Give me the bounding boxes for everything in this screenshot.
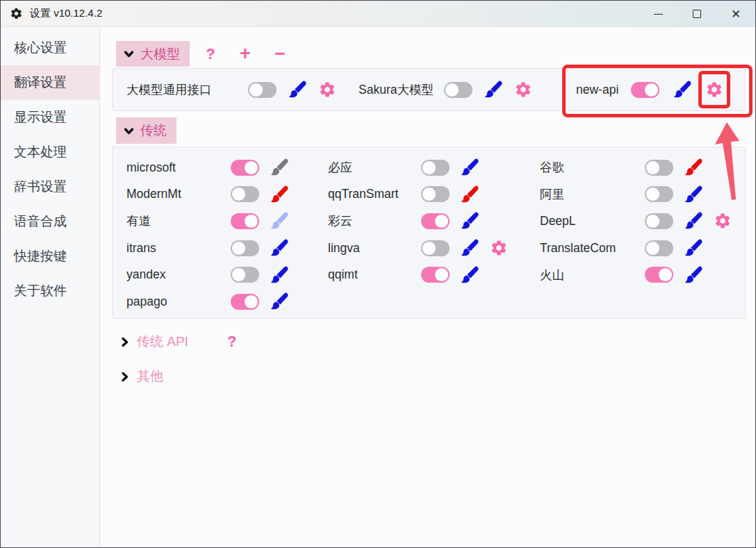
- toggle-knob: [646, 161, 659, 174]
- brush-icon[interactable]: [459, 238, 480, 258]
- section-label: 其他: [137, 367, 163, 385]
- enable-toggle[interactable]: [645, 186, 673, 202]
- settings-gear-icon[interactable]: [514, 81, 532, 99]
- enable-toggle[interactable]: [421, 267, 450, 283]
- add-button[interactable]: +: [238, 43, 253, 65]
- sidebar-item[interactable]: 辞书设置: [1, 169, 99, 204]
- remove-button[interactable]: −: [272, 43, 288, 65]
- minimize-button[interactable]: [639, 1, 677, 27]
- maximize-icon: [693, 10, 701, 18]
- brush-icon[interactable]: [683, 265, 704, 285]
- settings-gear-icon[interactable]: [705, 81, 723, 99]
- sidebar-item[interactable]: 语音合成: [1, 204, 99, 239]
- settings-gear-icon[interactable]: [490, 239, 508, 257]
- brush-icon[interactable]: [269, 265, 290, 285]
- service-label: TranslateCom: [540, 241, 635, 256]
- toggle-knob: [245, 295, 258, 308]
- service-label: 彩云: [328, 213, 411, 229]
- enable-toggle[interactable]: [421, 160, 450, 176]
- sidebar-item[interactable]: 关于软件: [1, 274, 99, 308]
- settings-gear-icon[interactable]: [714, 212, 732, 230]
- enable-toggle[interactable]: [645, 240, 673, 256]
- enable-toggle[interactable]: [231, 294, 259, 310]
- section-header-traditional-api[interactable]: 传统 API ?: [120, 332, 236, 351]
- brush-icon[interactable]: [459, 265, 480, 285]
- brush-icon[interactable]: [269, 157, 290, 178]
- enable-toggle[interactable]: [231, 160, 259, 176]
- enable-toggle[interactable]: [231, 186, 259, 202]
- traditional-services-panel: microsoftModernMt有道itransyandexpapago 必应…: [112, 147, 746, 319]
- service-label: yandex: [126, 267, 221, 282]
- llm-toolbar: ? + −: [203, 41, 288, 67]
- sidebar-item-label: 关于软件: [14, 282, 67, 300]
- llm-services-panel: 大模型通用接口Sakura大模型new-api: [112, 68, 746, 111]
- brush-icon[interactable]: [683, 157, 704, 178]
- enable-toggle[interactable]: [421, 213, 450, 229]
- brush-icon[interactable]: [287, 79, 308, 100]
- sidebar-item[interactable]: 翻译设置: [1, 65, 99, 100]
- service-label: 谷歌: [540, 159, 635, 176]
- enable-toggle[interactable]: [421, 186, 450, 202]
- service-label: 大模型通用接口: [126, 81, 238, 98]
- service-label: 有道: [126, 213, 221, 229]
- enable-toggle[interactable]: [231, 213, 259, 229]
- section-header-other[interactable]: 其他: [120, 367, 163, 386]
- translator-row: lingva: [328, 238, 508, 258]
- help-button[interactable]: ?: [227, 333, 236, 351]
- toggle-knob: [435, 215, 448, 228]
- enable-toggle[interactable]: [444, 82, 472, 98]
- sidebar-item[interactable]: 文本处理: [1, 135, 99, 169]
- help-button[interactable]: ?: [203, 45, 218, 63]
- enable-toggle[interactable]: [645, 160, 673, 176]
- sidebar-item[interactable]: 显示设置: [1, 100, 99, 135]
- service-label: 阿里: [540, 186, 635, 203]
- enable-toggle[interactable]: [421, 240, 450, 256]
- enable-toggle[interactable]: [231, 267, 259, 283]
- brush-icon[interactable]: [683, 184, 704, 205]
- brush-icon[interactable]: [483, 79, 504, 100]
- section-header-traditional[interactable]: 传统: [116, 117, 176, 144]
- section-header-llm[interactable]: 大模型: [116, 41, 190, 67]
- enable-toggle[interactable]: [645, 213, 673, 229]
- sidebar-item-label: 文本处理: [14, 143, 67, 161]
- brush-icon[interactable]: [269, 210, 290, 231]
- enable-toggle[interactable]: [645, 267, 673, 283]
- settings-gear-icon[interactable]: [318, 81, 336, 99]
- brush-icon[interactable]: [269, 184, 290, 205]
- section-label: 传统 API: [137, 333, 188, 351]
- translator-row: DeepL: [540, 210, 732, 231]
- enable-toggle[interactable]: [231, 240, 259, 256]
- brush-icon[interactable]: [672, 79, 693, 100]
- translator-row: ModernMt: [126, 184, 318, 205]
- brush-icon[interactable]: [683, 238, 704, 258]
- service-label: lingva: [328, 241, 411, 256]
- translator-row: qqimt: [328, 265, 508, 285]
- maximize-button[interactable]: [677, 1, 716, 27]
- title-bar: 设置 v10.12.4.2 ✕: [1, 1, 755, 27]
- sidebar-item[interactable]: 快捷按键: [1, 239, 99, 274]
- sidebar-item-label: 核心设置: [14, 39, 67, 57]
- llm-service: Sakura大模型: [359, 79, 532, 100]
- minimize-icon: [654, 14, 663, 15]
- brush-icon[interactable]: [459, 157, 480, 178]
- toggle-knob: [646, 188, 659, 201]
- translator-row: 有道: [126, 210, 318, 231]
- close-button[interactable]: ✕: [716, 1, 755, 27]
- brush-icon[interactable]: [269, 291, 290, 312]
- brush-icon[interactable]: [683, 210, 704, 231]
- enable-toggle[interactable]: [631, 82, 659, 98]
- sidebar-item-label: 语音合成: [14, 213, 67, 231]
- translator-column-3: 谷歌阿里DeepLTranslateCom火山: [540, 154, 732, 288]
- service-label: new-api: [576, 83, 618, 97]
- toggle-knob: [659, 268, 672, 281]
- sidebar-item[interactable]: 核心设置: [1, 31, 99, 65]
- toggle-knob: [422, 188, 436, 201]
- brush-icon[interactable]: [269, 238, 290, 258]
- brush-icon[interactable]: [459, 210, 480, 231]
- toggle-knob: [422, 161, 436, 174]
- translator-column-2: 必应qqTranSmart彩云lingvaqqimt: [328, 154, 508, 288]
- sidebar-item-label: 显示设置: [14, 108, 67, 126]
- brush-icon[interactable]: [459, 184, 480, 205]
- enable-toggle[interactable]: [248, 82, 277, 98]
- translator-row: microsoft: [126, 157, 318, 178]
